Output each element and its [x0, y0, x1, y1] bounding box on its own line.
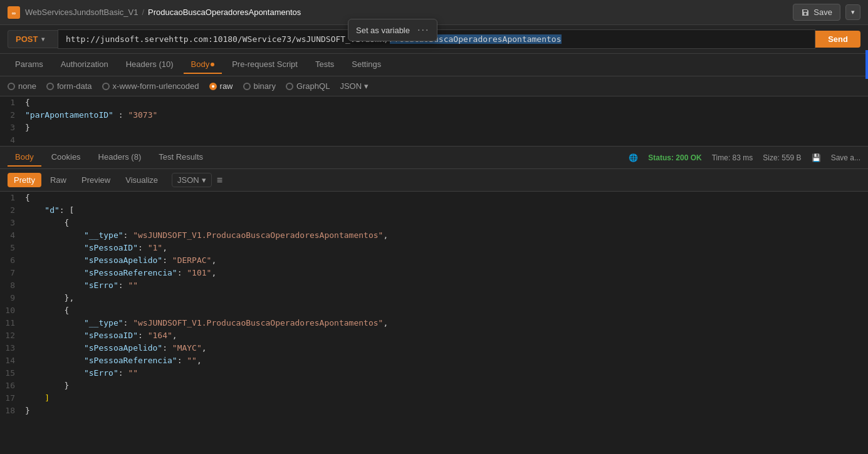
tab-pre-request-script[interactable]: Pre-request Script — [224, 56, 305, 74]
resp-line-9: 9 }, — [0, 292, 868, 304]
breadcrumb-base[interactable]: WebServicesJundsoftBasic_V1 — [25, 8, 138, 17]
resp-line-11: 11 "__type": "wsJUNDSOFT_V1.ProducaoBusc… — [0, 317, 868, 329]
resp-line-12: 12 "sPessoaID": "164", — [0, 329, 868, 342]
response-time: Time: 83 ms — [712, 153, 753, 162]
right-border-indicator — [865, 50, 868, 79]
breadcrumb: WebServicesJundsoftBasic_V1 / ProducaoBu… — [25, 8, 301, 17]
resp-line-13: 13 "sPessoaApelido": "MAYC", — [0, 342, 868, 354]
resp-line-16: 16 } — [0, 379, 868, 392]
save-response-label[interactable]: Save a... — [831, 153, 860, 162]
method-select[interactable]: POST ▾ — [8, 30, 58, 48]
code-line-2: 2 "parApontamentoID" : "3073" — [0, 109, 868, 121]
save-response-icon[interactable]: 💾 — [812, 153, 821, 162]
fmt-tab-preview[interactable]: Preview — [75, 173, 117, 187]
save-dropdown-button[interactable]: ▾ — [845, 4, 860, 20]
wrap-icon[interactable]: ≡ — [217, 175, 222, 186]
resp-line-8: 8 "sErro": "" — [0, 279, 868, 292]
resp-line-7: 7 "sPessoaReferencia": "101", — [0, 267, 868, 279]
resp-line-10: 10 { — [0, 304, 868, 317]
breadcrumb-current: ProducaoBuscaOperadoresApontamentos — [148, 8, 301, 17]
request-body-editor[interactable]: 1 { 2 "parApontamentoID" : "3073" 3 } 4 — [0, 96, 868, 147]
resp-line-2: 2 "d": [ — [0, 204, 868, 217]
option-none[interactable]: none — [8, 81, 36, 91]
resp-line-14: 14 "sPessoaReferencia": "", — [0, 354, 868, 367]
response-format-tabs: Pretty Raw Preview Visualize JSON ▾ ≡ — [0, 169, 868, 192]
resp-line-6: 6 "sPessoaApelido": "DERPAC", — [0, 254, 868, 267]
option-raw[interactable]: raw — [209, 81, 233, 91]
option-binary[interactable]: binary — [243, 81, 276, 91]
response-tabs: Body Cookies Headers (8) Test Results 🌐 … — [0, 147, 868, 169]
save-button[interactable]: Save — [793, 4, 840, 21]
fmt-tab-pretty[interactable]: Pretty — [8, 173, 41, 187]
radio-none — [8, 83, 15, 90]
resp-line-18: 18 } — [0, 405, 868, 417]
option-urlencoded[interactable]: x-www-form-urlencoded — [102, 81, 199, 91]
body-dot — [211, 63, 214, 66]
top-bar-right: Save ▾ — [793, 4, 860, 21]
fmt-tab-visualize[interactable]: Visualize — [119, 173, 164, 187]
tab-headers[interactable]: Headers (10) — [118, 56, 181, 74]
radio-urlencoded — [102, 83, 110, 90]
request-tabs: Params Authorization Headers (10) Body P… — [0, 54, 868, 76]
app-icon: ∞ — [8, 6, 20, 19]
option-graphql[interactable]: GraphQL — [286, 81, 330, 91]
globe-icon: 🌐 — [629, 153, 638, 162]
option-form-data[interactable]: form-data — [46, 81, 92, 91]
resp-line-3: 3 { — [0, 217, 868, 229]
more-options-icon[interactable]: ··· — [417, 24, 429, 36]
radio-binary — [243, 83, 251, 90]
resp-line-5: 5 "sPessoaID": "1", — [0, 242, 868, 254]
tab-body[interactable]: Body — [184, 56, 222, 74]
code-line-1: 1 { — [0, 96, 868, 109]
response-body: 1 { 2 "d": [ 3 { 4 "__type": "wsJUNDSOFT… — [0, 192, 868, 453]
tab-authorization[interactable]: Authorization — [53, 56, 116, 74]
tab-settings[interactable]: Settings — [344, 56, 389, 74]
resp-line-4: 4 "__type": "wsJUNDSOFT_V1.ProducaoBusca… — [0, 229, 868, 242]
save-label: Save — [813, 8, 832, 17]
tab-tests[interactable]: Tests — [308, 56, 342, 74]
tooltip-popup: Set as variable ··· — [348, 19, 437, 41]
set-as-variable-label[interactable]: Set as variable — [356, 26, 410, 35]
breadcrumb-separator: / — [142, 8, 144, 17]
tab-response-cookies[interactable]: Cookies — [44, 148, 88, 167]
code-line-4: 4 — [0, 134, 868, 147]
method-label: POST — [16, 34, 38, 44]
tab-response-test-results[interactable]: Test Results — [151, 148, 211, 167]
svg-text:∞: ∞ — [12, 10, 16, 16]
body-options: none form-data x-www-form-urlencoded raw… — [0, 76, 868, 96]
json-format-dropdown[interactable]: JSON ▾ — [340, 81, 369, 91]
radio-form-data — [46, 83, 54, 90]
tab-params[interactable]: Params — [8, 56, 51, 74]
response-size: Size: 559 B — [763, 153, 801, 162]
response-meta: 🌐 Status: 200 OK Time: 83 ms Size: 559 B… — [629, 153, 860, 162]
code-line-3: 3 } — [0, 121, 868, 134]
radio-raw — [209, 83, 217, 90]
radio-graphql — [286, 83, 293, 90]
response-json-dropdown[interactable]: JSON ▾ — [172, 173, 212, 187]
fmt-tab-raw[interactable]: Raw — [44, 173, 73, 187]
send-button[interactable]: Send — [815, 31, 860, 48]
tab-response-headers[interactable]: Headers (8) — [91, 148, 149, 167]
resp-line-15: 15 "sErro": "" — [0, 367, 868, 379]
status-badge: Status: 200 OK — [648, 153, 701, 162]
resp-line-1: 1 { — [0, 192, 868, 204]
method-dropdown-icon: ▾ — [41, 36, 44, 43]
tab-response-body[interactable]: Body — [8, 148, 41, 167]
url-base: http://jundsoft.servehttp.com:10180/WSer… — [66, 34, 390, 44]
resp-line-17: 17 ] — [0, 392, 868, 405]
save-icon — [801, 8, 810, 17]
